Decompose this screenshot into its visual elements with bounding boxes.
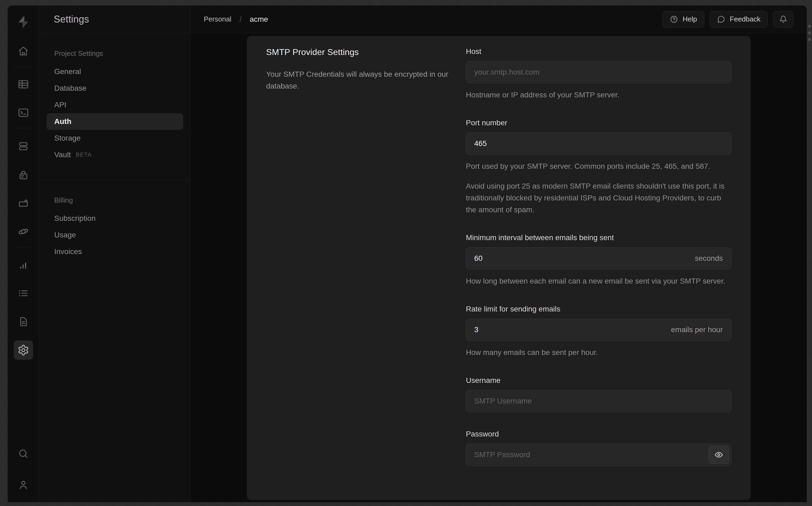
edge-functions-icon [17,226,29,238]
auth-lock-icon [17,169,29,181]
beta-badge: BETA [76,151,92,158]
rail-api-docs-button[interactable] [14,312,33,331]
field-host: Host Hostname or IP address of your SMTP… [466,47,731,101]
page-title: Settings [54,14,89,25]
table-editor-icon [17,78,29,90]
reveal-password-button[interactable] [709,446,729,463]
port-input[interactable] [466,133,731,155]
scrollbar-dot [808,38,811,41]
file-text-icon [17,316,29,328]
nav-section-project-settings: Project Settings General Database API Au… [40,33,190,180]
storage-icon [17,197,29,209]
smtp-section-title: SMTP Provider Settings [266,47,451,57]
field-min-interval: Minimum interval between emails being se… [466,233,731,287]
rail-storage-button[interactable] [14,193,33,213]
min-interval-input[interactable] [466,247,731,269]
rate-limit-input[interactable] [466,319,731,341]
nav-item-database[interactable]: Database [47,80,183,97]
feedback-button[interactable]: Feedback [710,11,768,28]
rail-divider [16,247,30,247]
feedback-button-label: Feedback [730,15,760,23]
field-port: Port number Port used by your SMTP serve… [466,118,731,216]
scrollbar-dot [808,31,811,34]
settings-nav-header: Settings [40,5,190,33]
port-label: Port number [466,118,731,127]
rail-sql-editor-button[interactable] [14,103,33,122]
smtp-settings-card: SMTP Provider Settings Your SMTP Credent… [247,36,751,500]
rail-edge-functions-button[interactable] [14,222,33,241]
password-input[interactable] [466,444,731,466]
password-label: Password [466,430,731,438]
nav-section-billing: Billing Subscription Usage Invoices [40,180,190,260]
bell-icon [779,15,788,24]
scrollbar-dot [808,25,811,28]
supabase-logo[interactable] [14,13,32,31]
min-interval-label: Minimum interval between emails being se… [466,233,731,242]
nav-item-subscription[interactable]: Subscription [47,210,183,227]
username-input[interactable] [466,390,731,412]
section-label-project-settings: Project Settings [47,49,183,58]
min-interval-helper: How long between each email can a new em… [466,275,731,287]
nav-item-invoices[interactable]: Invoices [47,243,183,260]
rail-auth-button[interactable] [14,166,33,185]
port-helper: Port used by your SMTP server. Common po… [466,160,731,172]
port-note: Avoid using port 25 as modern SMTP email… [466,180,731,216]
breadcrumb-project[interactable]: acme [250,15,268,24]
help-button[interactable]: Help [662,11,704,28]
section-label-billing: Billing [47,195,183,205]
topbar-actions: Help Feedback [662,11,794,28]
nav-item-api[interactable]: API [47,97,183,113]
field-password: Password [466,430,731,466]
help-circle-icon [670,15,678,24]
nav-item-storage[interactable]: Storage [47,130,183,147]
sidebar-rail [7,5,39,502]
logs-list-icon [17,287,29,299]
rail-home-button[interactable] [14,41,33,61]
field-username: Username [466,376,731,412]
breadcrumb-org[interactable]: Personal [204,15,231,23]
scrollbar-dots[interactable] [808,25,811,41]
database-icon [17,140,29,152]
breadcrumb: Personal / acme [204,15,268,24]
breadcrumb-separator: / [239,15,242,24]
nav-item-vault[interactable]: Vault BETA [47,147,183,163]
rail-divider [16,128,30,128]
rail-settings-button[interactable] [14,340,33,360]
desktop-background: Settings Project Settings General Databa… [0,0,812,506]
eye-icon [714,450,723,459]
rail-logs-button[interactable] [14,283,33,303]
nav-item-usage[interactable]: Usage [47,227,183,243]
bar-chart-icon [17,259,29,271]
user-icon [17,479,29,491]
host-input[interactable] [466,61,731,83]
smtp-section-description: Your SMTP Credentials will always be enc… [266,68,451,92]
gear-icon [17,344,29,356]
supabase-bolt-icon [16,14,31,30]
smtp-card-intro: SMTP Provider Settings Your SMTP Credent… [266,47,466,489]
rail-account-button[interactable] [14,475,33,495]
notifications-button[interactable] [773,11,794,28]
rail-reports-button[interactable] [14,255,33,274]
username-label: Username [466,376,731,385]
host-helper: Hostname or IP address of your SMTP serv… [466,89,731,101]
nav-item-general[interactable]: General [47,63,183,80]
rail-divider [16,67,30,67]
nav-item-auth[interactable]: Auth [47,113,183,130]
help-button-label: Help [682,15,697,23]
rate-limit-label: Rate limit for sending emails [466,305,731,313]
speech-bubble-icon [717,15,726,24]
nav-item-vault-label: Vault [54,151,71,159]
main-content: SMTP Provider Settings Your SMTP Credent… [191,33,807,502]
top-bar: Personal / acme Help Feedback [191,5,807,33]
host-label: Host [466,47,731,56]
settings-nav-panel: Settings Project Settings General Databa… [40,5,191,502]
terminal-icon [17,107,29,118]
home-icon [17,45,29,57]
smtp-form: Host Hostname or IP address of your SMTP… [466,47,731,489]
rail-table-editor-button[interactable] [14,75,33,94]
rail-database-button[interactable] [14,137,33,156]
search-icon [17,448,29,459]
app-window: Settings Project Settings General Databa… [7,5,807,502]
rail-search-button[interactable] [14,444,33,463]
field-rate-limit: Rate limit for sending emails emails per… [466,305,731,358]
